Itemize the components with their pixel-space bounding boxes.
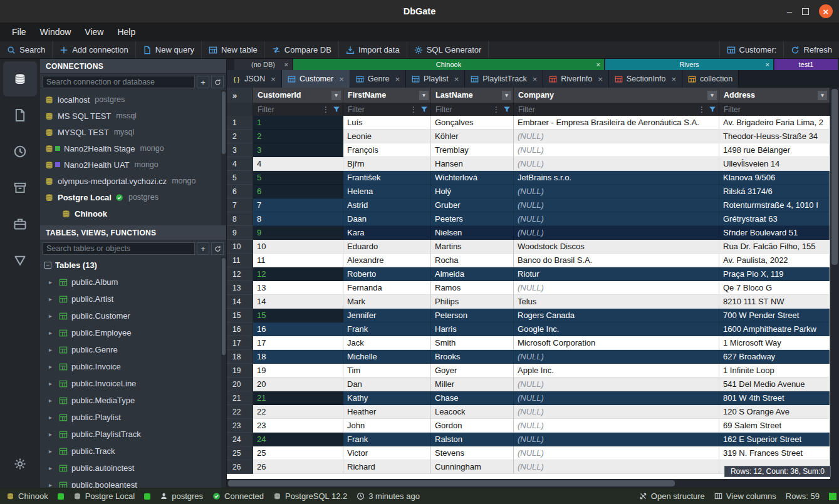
menu-view[interactable]: View	[78, 24, 110, 39]
grid-cell[interactable]: 26	[253, 460, 343, 474]
column-header[interactable]: CustomerId▾	[253, 88, 343, 103]
grid-cell[interactable]: 627 Broadway	[719, 350, 830, 364]
refresh-tables-icon[interactable]	[211, 242, 224, 255]
grid-cell[interactable]: 23	[253, 419, 343, 433]
toolbar-add-connection[interactable]: Add connection	[53, 41, 136, 58]
grid-cell[interactable]: (NULL)	[514, 446, 719, 460]
table-item[interactable]: ▸public.InvoiceLine	[40, 375, 226, 392]
close-tab-icon[interactable]: ×	[597, 61, 600, 68]
row-number[interactable]: 4	[227, 157, 253, 171]
grid-cell[interactable]: (NULL)	[514, 419, 719, 433]
status-open-structure[interactable]: Open structure	[639, 491, 705, 501]
connection-item[interactable]: Nano2Health Stagemongo	[40, 140, 226, 157]
grid-cell[interactable]: (NULL)	[514, 433, 719, 446]
status-postgresql-12-2[interactable]: PostgreSQL 12.2	[273, 491, 347, 501]
grid-cell[interactable]: (NULL)	[514, 157, 719, 171]
refresh-connections-icon[interactable]	[211, 76, 224, 88]
row-number[interactable]: 13	[227, 281, 253, 295]
table-item[interactable]: ▸public.booleantest	[40, 476, 226, 488]
sidebar-item-filters[interactable]	[3, 243, 37, 278]
toolbar-search[interactable]: Search	[0, 41, 53, 58]
grid-cell[interactable]: (NULL)	[514, 198, 719, 212]
horizontal-scroll-thumb[interactable]	[228, 480, 675, 486]
grid-cell[interactable]: Daan	[343, 212, 431, 226]
filter-input[interactable]: Filter⋮	[253, 103, 343, 116]
filter-menu-icon[interactable]: ⋮	[492, 105, 500, 114]
connections-scrollbar[interactable]	[221, 90, 226, 225]
db-tab-chinook[interactable]: Chinook×	[293, 59, 604, 70]
grid-cell[interactable]: Philips	[431, 295, 514, 309]
grid-cell[interactable]: 3	[253, 143, 343, 157]
grid-cell[interactable]: 319 N. Frances Street	[719, 446, 830, 460]
grid-cell[interactable]: Holý	[431, 185, 514, 198]
grid-cell[interactable]: 5	[253, 171, 343, 185]
tab-collection[interactable]: collection	[682, 70, 739, 88]
sidebar-item-files[interactable]	[3, 98, 37, 133]
filter-funnel-icon[interactable]	[420, 106, 428, 113]
grid-cell[interactable]: Embraer - Empresa Brasileira de Aeronáut…	[514, 116, 719, 130]
grid-cell[interactable]: František	[343, 171, 431, 185]
status-connected[interactable]: Connected	[212, 491, 264, 501]
grid-cell[interactable]: John	[343, 419, 431, 433]
minimize-button[interactable]: –	[787, 8, 792, 14]
close-tab-icon[interactable]: ×	[284, 61, 288, 68]
row-number[interactable]: 9	[227, 226, 253, 240]
grid-cell[interactable]: Bjřrn	[343, 157, 431, 171]
grid-cell[interactable]: Telus	[514, 295, 719, 309]
grid-cell[interactable]: Kara	[343, 226, 431, 240]
grid-cell[interactable]: Stevens	[431, 446, 514, 460]
tables-search-input[interactable]	[43, 242, 195, 255]
grid-cell[interactable]: Harris	[431, 322, 514, 336]
grid-cell[interactable]: 12	[253, 267, 343, 281]
status-chinook[interactable]: Chinook	[6, 491, 48, 501]
grid-cell[interactable]: 1 Microsoft Way	[719, 336, 830, 350]
table-item[interactable]: ▸public.Track	[40, 443, 226, 460]
grid-cell[interactable]: Peeters	[431, 212, 514, 226]
maximize-button[interactable]	[802, 8, 809, 15]
connection-item[interactable]: Nano2Health UATmongo	[40, 157, 226, 173]
column-dropdown-icon[interactable]: ▾	[331, 91, 341, 100]
grid-cell[interactable]: 20	[253, 378, 343, 391]
db-tab-test1[interactable]: test1	[774, 59, 838, 70]
chevron-right-icon[interactable]: ▸	[49, 312, 55, 319]
status-view-columns[interactable]: View columns	[714, 491, 776, 501]
grid-cell[interactable]: 8210 111 ST NW	[719, 295, 830, 309]
chevron-right-icon[interactable]: ▸	[49, 431, 55, 438]
chevron-right-icon[interactable]: ▸	[49, 363, 55, 370]
grid-cell[interactable]: Tim	[343, 364, 431, 378]
grid-cell[interactable]: Miller	[431, 378, 514, 391]
grid-cell[interactable]: Richard	[343, 460, 431, 474]
toolbar-new-table[interactable]: New table	[202, 41, 265, 58]
row-number[interactable]: 6	[227, 185, 253, 198]
grid-cell[interactable]: 10	[253, 240, 343, 254]
connection-item[interactable]: olympus-medportal.vychozi.czmongo	[40, 173, 226, 189]
grid-cell[interactable]: (NULL)	[514, 185, 719, 198]
grid-cell[interactable]: 801 W 4th Street	[719, 391, 830, 405]
grid-cell[interactable]: Dan	[343, 378, 431, 391]
status-3-minutes-ago[interactable]: 3 minutes ago	[357, 491, 420, 501]
row-number[interactable]: 22	[227, 405, 253, 419]
table-item[interactable]: ▸public.MediaType	[40, 392, 226, 409]
column-header[interactable]: FirstName▾	[343, 88, 431, 103]
toolbar-import-data[interactable]: Import data	[339, 41, 407, 58]
filter-input[interactable]: Filter⋮	[431, 103, 514, 116]
grid-cell[interactable]: (NULL)	[514, 212, 719, 226]
table-item[interactable]: ▸public.Album	[40, 274, 226, 291]
grid-cell[interactable]: Theodor-Heuss-Straße 34	[719, 130, 830, 143]
filter-funnel-icon[interactable]	[709, 106, 716, 113]
row-number[interactable]: 21	[227, 391, 253, 405]
grid-cell[interactable]: Nielsen	[431, 226, 514, 240]
row-number[interactable]: 25	[227, 446, 253, 460]
tab-playlisttrack[interactable]: PlaylistTrack×	[465, 70, 543, 88]
grid-cell[interactable]: Brooks	[431, 350, 514, 364]
grid-cell[interactable]: Wichterlová	[431, 171, 514, 185]
grid-cell[interactable]: (NULL)	[514, 378, 719, 391]
close-tab-icon[interactable]: ×	[598, 75, 603, 84]
chevron-right-icon[interactable]: ▸	[49, 465, 55, 471]
tab-riverinfo[interactable]: RiverInfo×	[543, 70, 609, 88]
row-number[interactable]: 26	[227, 460, 253, 474]
grid-cell[interactable]: Riotur	[514, 267, 719, 281]
grid-cell[interactable]: Helena	[343, 185, 431, 198]
grid-cell[interactable]: Av. Paulista, 2022	[719, 254, 830, 267]
grid-cell[interactable]: 120 S Orange Ave	[719, 405, 830, 419]
